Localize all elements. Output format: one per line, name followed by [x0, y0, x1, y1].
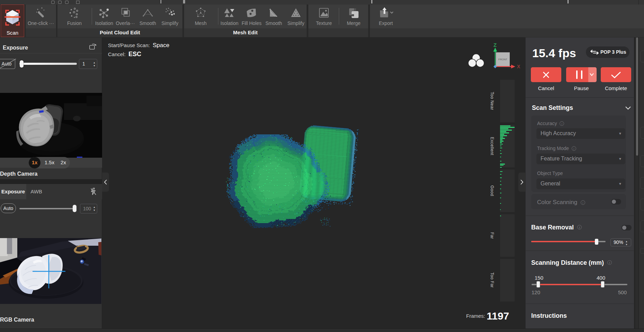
svg-text:Z: Z	[493, 42, 497, 48]
svg-text:X: X	[517, 64, 520, 69]
svg-text:FRONT: FRONT	[498, 58, 507, 61]
